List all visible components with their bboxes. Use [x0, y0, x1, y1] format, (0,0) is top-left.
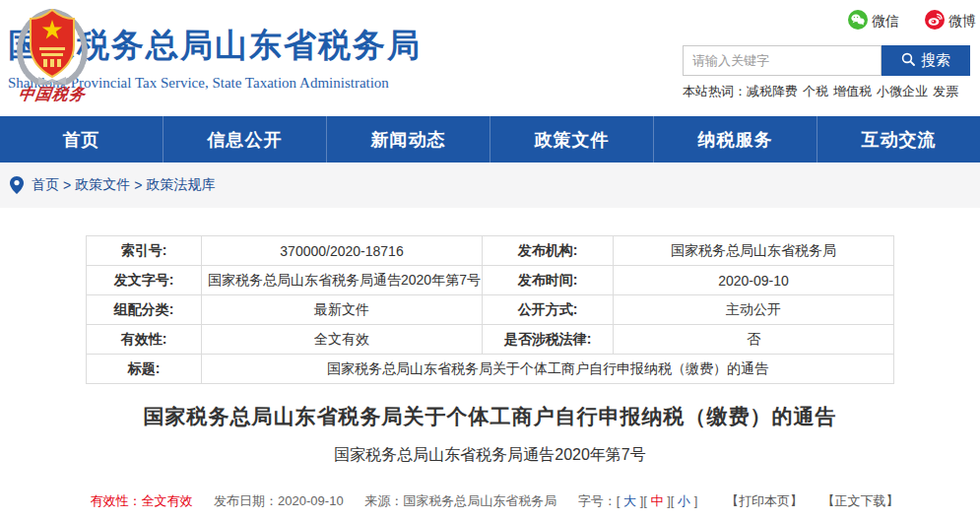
- category-value: 最新文件: [202, 295, 483, 325]
- index-number-label: 索引号:: [87, 236, 202, 266]
- table-row: 组配分类: 最新文件 公开方式: 主动公开: [87, 295, 894, 325]
- font-size-large-button[interactable]: [ 大 ]: [617, 493, 643, 508]
- table-row: 发文字号: 国家税务总局山东省税务局通告2020年第7号 发布时间: 2020-…: [87, 266, 894, 295]
- document-number-value: 国家税务总局山东省税务局通告2020年第7号: [202, 266, 483, 295]
- disclosure-mode-value: 主动公开: [614, 295, 894, 325]
- nav-item-home[interactable]: 首页: [0, 116, 163, 162]
- site-header: 中国税务 国家税务总局山东省税务局 Shandong Provincial Ta…: [0, 0, 980, 116]
- breadcrumb-separator: >: [134, 177, 142, 193]
- print-page-button[interactable]: 【打印本页】: [726, 493, 803, 508]
- logo-script-text: 中国税务: [18, 85, 88, 105]
- title-value: 国家税务总局山东省税务局关于个体工商户自行申报纳税（缴费）的通告: [202, 355, 894, 384]
- tax-law-value: 否: [614, 325, 894, 355]
- hot-word-link[interactable]: 发票: [933, 84, 958, 98]
- hot-word-link[interactable]: 个税: [803, 84, 828, 98]
- meta-source-label: 来源：: [364, 493, 403, 508]
- disclosure-mode-label: 公开方式:: [483, 295, 614, 325]
- publish-time-value: 2020-09-10: [614, 266, 894, 295]
- tax-law-label: 是否涉税法律:: [483, 325, 614, 355]
- document-content: 索引号: 370000/2020-18716 发布机构: 国家税务总局山东省税务…: [0, 208, 980, 510]
- breadcrumb: 首页 > 政策文件 > 政策法规库: [0, 162, 980, 208]
- breadcrumb-policy-library[interactable]: 政策法规库: [146, 176, 215, 194]
- search-button[interactable]: 搜索: [882, 45, 970, 76]
- validity-value: 全文有效: [202, 325, 483, 355]
- meta-validity-label: 有效性：: [90, 493, 141, 508]
- breadcrumb-home[interactable]: 首页: [32, 176, 59, 194]
- wechat-label: 微信: [872, 13, 899, 31]
- nav-item-interaction[interactable]: 互动交流: [817, 116, 980, 162]
- article-title: 国家税务总局山东省税务局关于个体工商户自行申报纳税（缴费）的通告: [0, 403, 980, 430]
- meta-date-value: 2020-09-10: [278, 493, 344, 508]
- meta-date-label: 发布日期：: [214, 493, 278, 508]
- weibo-label: 微博: [948, 13, 976, 31]
- index-number-value: 370000/2020-18716: [202, 236, 483, 266]
- nav-item-tax-services[interactable]: 纳税服务: [653, 116, 817, 162]
- wechat-link[interactable]: 微信: [848, 10, 899, 32]
- meta-validity-value: 全文有效: [141, 493, 192, 508]
- issuing-agency-value: 国家税务总局山东省税务局: [614, 236, 894, 266]
- nav-item-info-disclosure[interactable]: 信息公开: [163, 116, 326, 162]
- main-nav: 首页 信息公开 新闻动态 政策文件 纳税服务 互动交流: [0, 116, 980, 162]
- download-text-button[interactable]: 【正文下载】: [822, 493, 899, 508]
- category-label: 组配分类:: [87, 295, 202, 325]
- nav-item-policy-documents[interactable]: 政策文件: [490, 116, 653, 162]
- table-row: 标题: 国家税务总局山东省税务局关于个体工商户自行申报纳税（缴费）的通告: [87, 355, 894, 384]
- font-size-medium-button[interactable]: [ 中 ]: [643, 493, 670, 508]
- location-pin-icon: [10, 176, 24, 194]
- font-size-label: 字号：: [578, 493, 617, 508]
- weibo-icon: [925, 10, 945, 32]
- breadcrumb-policy-documents[interactable]: 政策文件: [75, 176, 130, 194]
- hot-words-bar: 本站热词：减税降费个税增值税小微企业发票: [683, 83, 978, 100]
- table-row: 有效性: 全文有效 是否涉税法律: 否: [87, 325, 894, 355]
- hot-word-link[interactable]: 增值税: [833, 84, 872, 98]
- document-meta-table: 索引号: 370000/2020-18716 发布机构: 国家税务总局山东省税务…: [86, 235, 894, 384]
- hot-word-link[interactable]: 减税降费: [747, 84, 798, 98]
- document-number-label: 发文字号:: [87, 266, 202, 295]
- font-size-small-button[interactable]: [ 小 ]: [671, 493, 697, 508]
- publish-time-label: 发布时间:: [483, 266, 614, 295]
- hot-word-link[interactable]: 小微企业: [877, 84, 928, 98]
- article-subtitle: 国家税务总局山东省税务局通告2020年第7号: [0, 445, 980, 466]
- site-logo[interactable]: 中国税务: [10, 6, 95, 105]
- article-meta-bar: 有效性：全文有效 发布日期：2020-09-10 来源：国家税务总局山东省税务局…: [0, 492, 980, 510]
- nav-item-news[interactable]: 新闻动态: [326, 116, 490, 162]
- tax-emblem-icon: [11, 6, 94, 89]
- wechat-icon: [848, 10, 868, 32]
- table-row: 索引号: 370000/2020-18716 发布机构: 国家税务总局山东省税务…: [87, 236, 894, 266]
- breadcrumb-separator: >: [63, 177, 71, 193]
- search-icon: [901, 52, 915, 69]
- validity-label: 有效性:: [87, 325, 202, 355]
- search-button-label: 搜索: [921, 51, 950, 70]
- hot-words-label: 本站热词：: [683, 84, 747, 98]
- search-input[interactable]: [683, 45, 882, 76]
- weibo-link[interactable]: 微博: [925, 10, 976, 32]
- issuing-agency-label: 发布机构:: [483, 236, 614, 266]
- meta-source-value: 国家税务总局山东省税务局: [403, 493, 556, 508]
- title-label: 标题:: [87, 355, 202, 384]
